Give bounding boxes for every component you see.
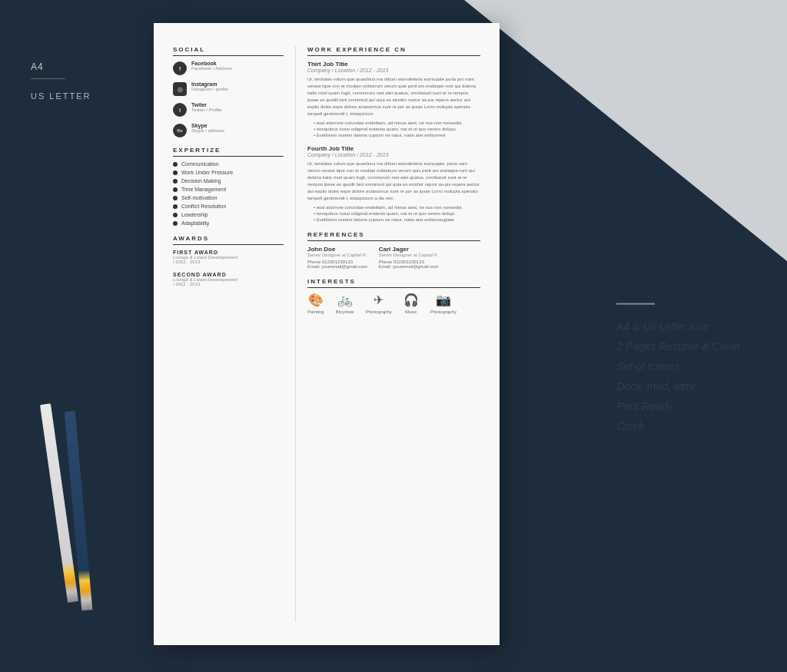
references-title: REFERENCES (307, 231, 480, 241)
skill-dot (173, 187, 178, 192)
interest-music: 🎧 Music (403, 293, 419, 314)
skill-3: Decision Making (173, 178, 284, 184)
resume-right-column: WORK EXPERIENCE CN Thirt Job Title Compa… (296, 46, 480, 622)
award-1: FIRST AWARD Lounge & Lizard Developement… (173, 250, 284, 264)
bicycle-icon: 🚲 (337, 293, 353, 307)
work-experience-title: WORK EXPERIENCE CN (307, 46, 480, 56)
social-section: SOCIAL f Facebook Facebook / Address ◎ I… (173, 46, 284, 137)
awards-section: AWARDS FIRST AWARD Lounge & Lizard Devel… (173, 235, 284, 286)
skill-dot (173, 170, 178, 175)
format-a4: A4 (31, 61, 91, 72)
social-instagram: ◎ Instagram Instagram / profile (173, 81, 284, 96)
feature-4: Docx, Innd, Idml (616, 380, 741, 392)
interest-travel: ✈ Photography (366, 293, 392, 314)
skill-dot (173, 162, 178, 167)
resume-paper: SOCIAL f Facebook Facebook / Address ◎ I… (154, 23, 500, 645)
twitter-icon: t (173, 103, 187, 117)
expertize-title: EXPERTIZE (173, 147, 284, 157)
references-grid: John Doe Senior Designer at Capital P. P… (307, 246, 480, 269)
right-info-panel: WORD INDESIGN A4 & Us Letter size 2 Page… (616, 232, 741, 440)
job1-bullet-1: • essl aborrore corundae endelitam, ad m… (314, 121, 480, 125)
ref-2: Carl Jager Senior Designer at Capital P.… (379, 246, 439, 269)
format-us: US LETTER (31, 91, 91, 101)
instagram-text: Instagram Instagram / profile (191, 81, 228, 91)
skill-dot (173, 221, 178, 226)
job-2: Fourth Job Title Company / Location / 20… (307, 145, 480, 222)
skill-5: Self-motivation (173, 195, 284, 200)
skill-8: Adaptability (173, 220, 284, 226)
photo-icon: 📷 (436, 293, 451, 307)
awards-title: AWARDS (173, 235, 284, 245)
skill-dot (173, 179, 178, 184)
divider (31, 78, 65, 79)
interest-photo: 📷 Photography (430, 293, 457, 314)
skill-dot (173, 204, 178, 209)
work-experience-section: WORK EXPERIENCE CN Thirt Job Title Compa… (307, 46, 480, 222)
job1-bullet-3: • Evellorem restem latioria cuptum ne na… (314, 133, 480, 137)
job-1: Thirt Job Title Company / Location / 201… (307, 61, 480, 137)
instagram-icon: ◎ (173, 82, 187, 96)
skill-4: Time Management (173, 187, 284, 192)
feature-2: 2 Pages Resume & Cover (616, 340, 741, 353)
references-section: REFERENCES John Doe Senior Designer at C… (307, 231, 480, 269)
skill-dot (173, 196, 178, 200)
ref-1: John Doe Senior Designer at Capital P. P… (307, 246, 367, 269)
social-facebook: f Facebook Facebook / Address (173, 61, 284, 75)
music-icon: 🎧 (403, 293, 419, 307)
resume-left-column: SOCIAL f Facebook Facebook / Address ◎ I… (173, 46, 296, 622)
social-twitter: t Twiter Twitter / Profile (173, 102, 284, 117)
job2-bullet-1: • essl aborrore corundae endelitam, ad m… (314, 205, 480, 210)
feature-1: A4 & Us Letter size (616, 320, 741, 333)
pencils-decoration (15, 396, 138, 626)
painting-icon: 🎨 (308, 293, 324, 307)
app-names: WORD INDESIGN (616, 232, 741, 288)
skill-2: Work Under Pressure (173, 170, 284, 175)
feature-3: Set of Icones (616, 360, 741, 372)
interest-bicycle: 🚲 Bicyclete (336, 293, 354, 314)
right-divider (616, 303, 655, 305)
features-list: A4 & Us Letter size 2 Pages Resume & Cov… (616, 320, 741, 432)
job2-bullet-3: • Evellorem restem latioria cuptum ne na… (314, 217, 480, 222)
skill-7: Leadership (173, 212, 284, 217)
travel-icon: ✈ (374, 293, 384, 307)
interests-row: 🎨 Painting 🚲 Bicyclete ✈ Photography 🎧 M… (307, 293, 480, 314)
social-skype: Be Skype Skype / address (173, 123, 284, 137)
expertize-section: EXPERTIZE Communication Work Under Press… (173, 147, 284, 226)
award-2: SECOND AWARD Lounge & Lizard Developemen… (173, 272, 284, 286)
facebook-icon: f (173, 61, 187, 75)
feature-print-ready: Print Ready (616, 400, 741, 412)
skill-6: Conflict Resolution (173, 204, 284, 209)
left-labels: A4 US LETTER (31, 61, 91, 101)
feature-5: Cmyk (616, 420, 741, 432)
social-title: SOCIAL (173, 46, 284, 56)
skill-1: Communication (173, 161, 284, 167)
interests-title: INTERESTS (307, 278, 480, 288)
twitter-text: Twiter Twitter / Profile (191, 102, 222, 112)
resume-layout: SOCIAL f Facebook Facebook / Address ◎ I… (173, 46, 480, 622)
job2-bullet-2: • temquibus nossi odigend eratenis quam,… (314, 211, 480, 216)
interest-painting: 🎨 Painting (307, 293, 324, 314)
skype-icon: Be (173, 124, 187, 137)
bg-triangle (464, 0, 787, 261)
job1-bullet-2: • temquibus nossi odigend eratenis quam,… (314, 127, 480, 131)
interests-section: INTERESTS 🎨 Painting 🚲 Bicyclete ✈ Photo… (307, 278, 480, 314)
skill-dot (173, 213, 178, 217)
skype-text: Skype Skype / address (191, 123, 224, 133)
facebook-text: Facebook Facebook / Address (191, 61, 232, 71)
